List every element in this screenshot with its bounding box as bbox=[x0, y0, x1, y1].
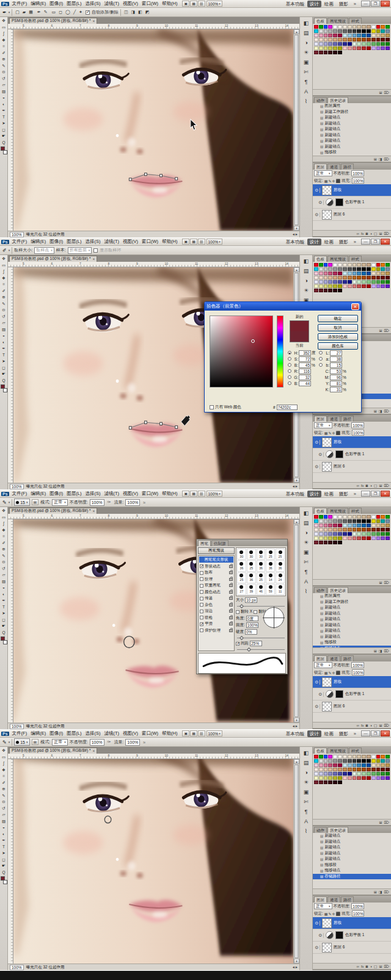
swatch[interactable] bbox=[357, 276, 361, 279]
swatch[interactable] bbox=[333, 272, 337, 275]
close-icon[interactable]: × bbox=[92, 749, 95, 753]
history-step[interactable]: ▤新建锚点 bbox=[313, 833, 391, 839]
brush-tip-preset[interactable]: 25 bbox=[237, 572, 246, 583]
color-value-field[interactable]: H:352度 bbox=[288, 350, 317, 356]
layer-row[interactable]: ⊙唇妆 bbox=[313, 676, 391, 688]
swatch[interactable] bbox=[338, 776, 342, 780]
swatch[interactable] bbox=[324, 276, 328, 279]
swatch[interactable] bbox=[367, 267, 371, 271]
swatch[interactable] bbox=[328, 34, 332, 37]
swatch[interactable] bbox=[333, 267, 337, 271]
brush-tip-preset[interactable]: 39 bbox=[247, 584, 256, 595]
swatch[interactable] bbox=[348, 263, 352, 267]
panel-tab[interactable]: 通道 bbox=[327, 416, 340, 422]
swatch[interactable] bbox=[353, 29, 357, 33]
color-value-field[interactable]: Y:81% bbox=[319, 380, 348, 386]
swatch[interactable] bbox=[348, 267, 352, 271]
layer-thumbnail[interactable] bbox=[326, 198, 334, 206]
panel-tab[interactable]: 动作 bbox=[314, 587, 327, 593]
background-color-chip[interactable] bbox=[3, 150, 7, 154]
radio-icon[interactable] bbox=[319, 357, 323, 361]
app-bar-icon[interactable]: ▥ bbox=[198, 730, 205, 737]
swatch[interactable] bbox=[357, 280, 361, 284]
swatch[interactable] bbox=[328, 519, 332, 523]
brush-size-value[interactable]: 10 px bbox=[245, 597, 257, 603]
history-footer-icon[interactable]: ⊞ bbox=[374, 409, 377, 413]
lock-icon[interactable]: ✛ bbox=[332, 912, 335, 916]
swatch[interactable] bbox=[338, 755, 342, 758]
app-bar-icon[interactable]: ▦ bbox=[190, 491, 197, 497]
layer-mask-thumbnail[interactable] bbox=[335, 450, 343, 458]
radio-icon[interactable] bbox=[288, 381, 291, 385]
swatch[interactable] bbox=[324, 759, 328, 763]
swatch[interactable] bbox=[328, 524, 332, 527]
brush-option-checkbox[interactable] bbox=[200, 571, 203, 575]
swatch[interactable] bbox=[357, 263, 361, 267]
dock-panel-icon[interactable]: ☀ bbox=[301, 287, 311, 295]
swatch[interactable] bbox=[357, 759, 361, 763]
swatch[interactable] bbox=[338, 528, 342, 531]
swatch[interactable] bbox=[381, 34, 385, 37]
workspace-tab[interactable]: 摄影 bbox=[337, 239, 351, 245]
workspace-overflow-button[interactable]: » bbox=[352, 1, 358, 7]
color-field[interactable] bbox=[210, 315, 273, 387]
swatch[interactable] bbox=[386, 284, 390, 288]
hex-value-input[interactable]: 74202c bbox=[277, 405, 298, 410]
color-libraries-button[interactable]: 颜色库 bbox=[318, 342, 358, 350]
scroll-up-arrow[interactable]: ▲ bbox=[294, 267, 299, 272]
hardness-slider[interactable] bbox=[237, 636, 285, 638]
swatch[interactable] bbox=[343, 772, 347, 776]
lock-icon[interactable]: ✛ bbox=[332, 431, 335, 435]
swatch[interactable] bbox=[319, 755, 323, 758]
lock-icon[interactable]: ✎ bbox=[328, 912, 331, 916]
zoom-level-dropdown[interactable]: 100%▾ bbox=[206, 491, 222, 497]
color-value-field[interactable]: K:31% bbox=[319, 386, 348, 392]
swatch[interactable] bbox=[353, 25, 357, 29]
app-bar-icon[interactable]: ▦ bbox=[190, 730, 197, 737]
show-sampling-ring-checkbox[interactable] bbox=[93, 248, 98, 253]
new-swatch-icon[interactable]: ⊞ bbox=[379, 90, 382, 95]
draw-mode-icon[interactable]: ▦ bbox=[27, 9, 34, 15]
swatch[interactable] bbox=[371, 34, 376, 37]
swatch[interactable] bbox=[314, 272, 318, 275]
restore-button[interactable]: ❐ bbox=[371, 491, 380, 497]
swatch[interactable] bbox=[362, 515, 366, 519]
foreground-color-chip[interactable] bbox=[1, 636, 5, 641]
tool-button[interactable]: ✒ bbox=[1, 107, 7, 114]
brush-option-checkbox[interactable] bbox=[200, 603, 203, 607]
layers-footer-icon[interactable]: ◙ bbox=[366, 965, 368, 968]
panel-tab[interactable]: 路径 bbox=[341, 896, 354, 903]
field-input[interactable]: 116 bbox=[299, 369, 311, 374]
swatch[interactable] bbox=[324, 768, 328, 771]
tool-button[interactable]: ▱ bbox=[1, 572, 7, 578]
panel-tab[interactable]: 图层 bbox=[314, 655, 327, 661]
tool-button[interactable]: ▭ bbox=[1, 262, 7, 269]
brush-presets-button[interactable]: 画笔预设 bbox=[198, 547, 235, 554]
status-scroll-arrows[interactable]: ◂ ▸ bbox=[293, 965, 298, 970]
swatch[interactable] bbox=[324, 524, 328, 527]
swatch[interactable] bbox=[386, 38, 390, 41]
new-swatch-icon[interactable]: ⊞ bbox=[379, 580, 382, 585]
tool-button[interactable]: ✐ bbox=[1, 780, 7, 787]
brush-option-checkbox[interactable] bbox=[200, 584, 203, 588]
swatch[interactable] bbox=[343, 768, 347, 771]
panel-tab[interactable]: 色板 bbox=[314, 18, 327, 24]
swatch[interactable] bbox=[371, 29, 376, 33]
menu-item[interactable]: 帮助(H) bbox=[160, 491, 179, 497]
swatch[interactable] bbox=[371, 263, 376, 267]
panel-tab[interactable]: 画笔预设 bbox=[327, 18, 348, 24]
dock-panel-icon[interactable]: ◧ bbox=[301, 20, 311, 27]
swatch[interactable] bbox=[328, 759, 332, 763]
swatch[interactable] bbox=[381, 272, 385, 275]
swatch[interactable] bbox=[324, 29, 328, 33]
radio-icon[interactable] bbox=[288, 363, 291, 367]
brush-tip-preset[interactable]: 36 bbox=[257, 560, 266, 571]
swatch[interactable] bbox=[338, 541, 342, 544]
spacing-slider[interactable] bbox=[237, 647, 285, 650]
swatch[interactable] bbox=[367, 528, 371, 531]
layer-row[interactable]: ⊙图层 6 bbox=[313, 701, 391, 713]
swatch[interactable] bbox=[353, 759, 357, 763]
panel-tab[interactable]: 通道 bbox=[327, 164, 340, 170]
layer-row[interactable]: ⊙图层 6 bbox=[313, 461, 391, 473]
status-scroll-arrows[interactable]: ◂ ▸ bbox=[293, 484, 298, 489]
